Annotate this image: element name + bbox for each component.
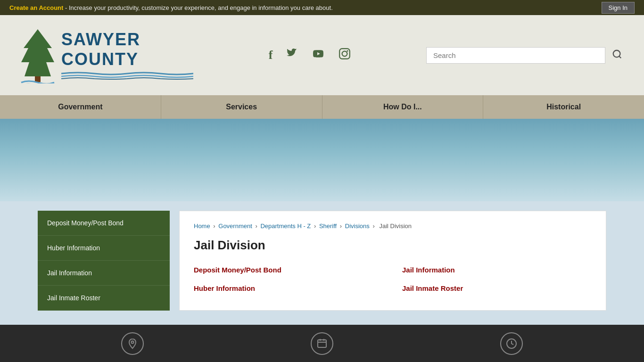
- nav-historical[interactable]: Historical: [483, 95, 644, 119]
- create-account-link[interactable]: Create an Account: [9, 4, 63, 11]
- logo-name-line1: SAWYER: [61, 30, 193, 49]
- link-huber-info[interactable]: Huber Information: [194, 281, 383, 295]
- twitter-icon[interactable]: [286, 49, 298, 62]
- sidebar-item-deposit-money[interactable]: Deposit Money/Post Bond: [38, 211, 170, 236]
- top-bar-text: - Increase your productivity, customize …: [63, 4, 332, 11]
- svg-point-4: [347, 50, 348, 51]
- nav-government[interactable]: Government: [0, 95, 161, 119]
- sidebar-item-huber-info[interactable]: Huber Information: [38, 236, 170, 261]
- content-area: Home › Government › Departments H - Z › …: [179, 211, 606, 311]
- search-input[interactable]: [426, 47, 605, 64]
- water-lines-icon: [61, 71, 193, 80]
- breadcrumb-sep5: ›: [372, 222, 376, 230]
- sign-in-button[interactable]: Sign In: [602, 2, 635, 14]
- page-title: Jail Division: [194, 238, 592, 253]
- footer-strip: [0, 325, 644, 362]
- link-jail-inmate-roster[interactable]: Jail Inmate Roster: [402, 281, 592, 295]
- nav-how-do-i[interactable]: How Do I...: [322, 95, 484, 119]
- breadcrumb-sheriff[interactable]: Sheriff: [319, 222, 337, 230]
- sidebar-item-jail-info[interactable]: Jail Information: [38, 261, 170, 286]
- link-deposit-money[interactable]: Deposit Money/Post Bond: [194, 263, 383, 277]
- nav-services[interactable]: Services: [161, 95, 322, 119]
- svg-point-5: [613, 50, 620, 57]
- breadcrumb: Home › Government › Departments H - Z › …: [194, 222, 592, 230]
- nav-bar: Government Services How Do I... Historic…: [0, 95, 644, 119]
- header: SAWYER COUNTY f: [0, 15, 644, 95]
- top-bar-message: Create an Account - Increase your produc…: [9, 4, 333, 11]
- logo-name-line2: COUNTY: [61, 49, 193, 69]
- svg-rect-8: [318, 340, 326, 347]
- svg-line-6: [619, 56, 621, 58]
- search-button[interactable]: [609, 46, 625, 65]
- svg-point-7: [132, 341, 134, 344]
- breadcrumb-sep2: ›: [255, 222, 259, 230]
- youtube-icon[interactable]: [311, 49, 325, 62]
- sidebar: Deposit Money/Post Bond Huber Informatio…: [38, 211, 170, 311]
- footer-icon-2: [311, 332, 333, 355]
- tree-logo-icon: [19, 27, 57, 83]
- breadcrumb-sep1: ›: [213, 222, 217, 230]
- search-area: [426, 46, 625, 65]
- sidebar-item-jail-inmate-roster[interactable]: Jail Inmate Roster: [38, 286, 170, 311]
- footer-circle-1: [121, 332, 144, 355]
- footer-icon-1: [121, 332, 144, 355]
- facebook-icon[interactable]: f: [269, 48, 273, 62]
- instagram-icon[interactable]: [339, 48, 351, 63]
- logo-area: SAWYER COUNTY: [19, 27, 193, 83]
- breadcrumb-home[interactable]: Home: [194, 222, 210, 230]
- svg-rect-1: [35, 76, 41, 82]
- main-content: Deposit Money/Post Bond Huber Informatio…: [0, 201, 644, 325]
- breadcrumb-government[interactable]: Government: [218, 222, 252, 230]
- top-bar: Create an Account - Increase your produc…: [0, 0, 644, 15]
- logo-text-group: SAWYER COUNTY: [61, 30, 193, 81]
- content-links-grid: Deposit Money/Post Bond Jail Information…: [194, 263, 592, 295]
- footer-circle-3: [500, 332, 523, 355]
- breadcrumb-sep3: ›: [314, 222, 318, 230]
- breadcrumb-divisions[interactable]: Divisions: [345, 222, 370, 230]
- svg-rect-2: [339, 49, 350, 59]
- footer-circle-2: [311, 332, 333, 355]
- hero-banner: [0, 119, 644, 201]
- breadcrumb-departments[interactable]: Departments H - Z: [260, 222, 311, 230]
- footer-icon-3: [500, 332, 523, 355]
- social-icons: f: [193, 48, 426, 63]
- svg-marker-0: [21, 29, 54, 76]
- svg-point-3: [342, 51, 347, 57]
- breadcrumb-sep4: ›: [340, 222, 344, 230]
- link-jail-info[interactable]: Jail Information: [402, 263, 592, 277]
- breadcrumb-current: Jail Division: [379, 222, 412, 230]
